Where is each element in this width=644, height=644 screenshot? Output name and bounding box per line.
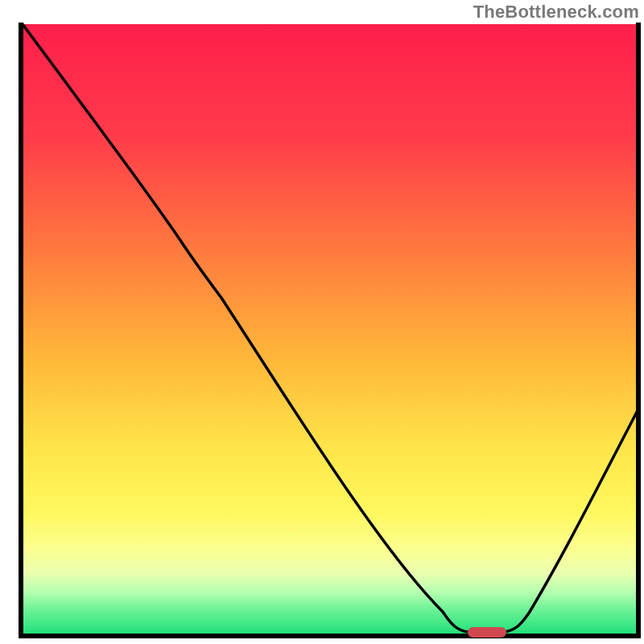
chart-container: TheBottleneck.com [0,0,644,644]
watermark-text: TheBottleneck.com [473,2,639,23]
bottleneck-curve-chart [0,0,644,644]
gradient-background [23,24,636,634]
optimal-marker [468,627,506,638]
